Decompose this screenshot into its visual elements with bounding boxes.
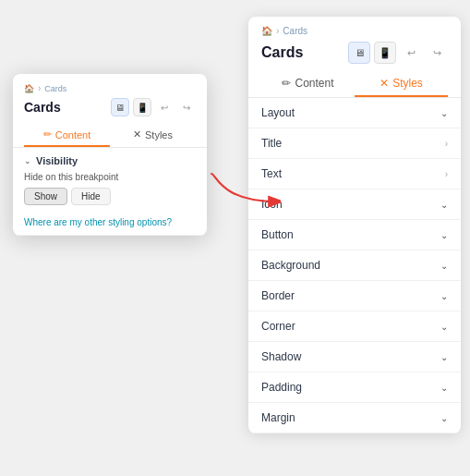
styles-tab-icon: ✕ <box>380 77 389 90</box>
chevron-border-icon: ⌄ <box>440 291 448 301</box>
section-button-row[interactable]: Button ⌄ <box>248 220 461 250</box>
float-breadcrumb-current[interactable]: Cards <box>44 84 66 93</box>
float-toolbar-icons: 🖥 📱 ↩ ↪ <box>111 98 196 116</box>
section-padding-label: Padding <box>261 381 302 394</box>
float-tab-styles[interactable]: ✕ Styles <box>110 124 196 147</box>
float-desktop-icon: 🖥 <box>115 103 125 113</box>
section-margin-label: Margin <box>261 411 295 424</box>
chevron-layout-icon: ⌄ <box>440 108 448 118</box>
breadcrumb-current[interactable]: Cards <box>283 26 307 36</box>
float-redo-icon: ↪ <box>183 103 190 113</box>
float-page-title: Cards <box>24 100 61 115</box>
section-text-row[interactable]: Text › <box>248 159 461 189</box>
tab-content[interactable]: ✏ Content <box>261 71 355 97</box>
accordion-list: Layout ⌄ Title › Text › Icon ⌄ Button <box>248 98 461 433</box>
float-desktop-button[interactable]: 🖥 <box>111 98 129 116</box>
float-styles-tab-label: Styles <box>145 129 173 140</box>
main-panel: 🏠 › Cards Cards 🖥 📱 ↩ ↪ <box>248 17 461 433</box>
section-title-label: Title <box>261 137 282 150</box>
float-title-toolbar: Cards 🖥 📱 ↩ ↪ <box>24 98 196 116</box>
chevron-corner-icon: ⌄ <box>440 322 448 332</box>
section-icon-label: Icon <box>261 198 283 211</box>
visibility-chevron-icon: ⌄ <box>24 156 31 165</box>
visibility-section: ⌄ Visibility Hide on this breakpoint Sho… <box>13 148 207 236</box>
float-mobile-icon: 📱 <box>137 103 148 113</box>
float-undo-button[interactable]: ↩ <box>155 98 174 116</box>
breadcrumb: 🏠 › Cards <box>261 26 448 36</box>
tab-styles[interactable]: ✕ Styles <box>355 71 448 97</box>
home-icon: 🏠 <box>261 26 272 36</box>
float-breadcrumb-sep: › <box>38 83 41 93</box>
section-margin-row[interactable]: Margin ⌄ <box>248 403 461 433</box>
hide-button[interactable]: Hide <box>71 188 111 205</box>
chevron-padding-icon: ⌄ <box>440 383 448 393</box>
mobile-view-button[interactable]: 📱 <box>374 42 396 64</box>
section-shadow: Shadow ⌄ <box>248 342 461 372</box>
undo-icon: ↩ <box>407 47 416 59</box>
toolbar-icons: 🖥 📱 ↩ ↪ <box>348 42 448 64</box>
section-title-row[interactable]: Title › <box>248 128 461 158</box>
section-padding: Padding ⌄ <box>248 372 461 403</box>
float-panel-header: 🏠 › Cards Cards 🖥 📱 ↩ ↪ <box>13 74 207 148</box>
section-button: Button ⌄ <box>248 220 461 250</box>
chevron-title-icon: › <box>445 139 448 149</box>
redo-button[interactable]: ↪ <box>426 42 448 64</box>
section-icon-row[interactable]: Icon ⌄ <box>248 189 461 219</box>
float-content-tab-icon: ✏ <box>43 128 52 140</box>
section-margin: Margin ⌄ <box>248 403 461 433</box>
section-layout: Layout ⌄ <box>248 98 461 128</box>
chevron-shadow-icon: ⌄ <box>440 352 448 362</box>
hide-on-breakpoint-label: Hide on this breakpoint <box>24 172 196 182</box>
float-panel: 🏠 › Cards Cards 🖥 📱 ↩ ↪ <box>13 74 207 236</box>
section-background: Background ⌄ <box>248 250 461 281</box>
breadcrumb-sep: › <box>276 26 279 36</box>
float-redo-button[interactable]: ↪ <box>177 98 196 116</box>
styling-options-link[interactable]: Where are my other styling options? <box>24 217 172 227</box>
page-title: Cards <box>261 44 303 61</box>
section-border-label: Border <box>261 289 295 302</box>
chevron-icon-icon: ⌄ <box>440 200 448 210</box>
section-background-row[interactable]: Background ⌄ <box>248 250 461 280</box>
section-border-row[interactable]: Border ⌄ <box>248 281 461 311</box>
tab-row: ✏ Content ✕ Styles <box>261 71 448 97</box>
mobile-icon: 📱 <box>379 47 392 59</box>
chevron-background-icon: ⌄ <box>440 261 448 271</box>
section-layout-label: Layout <box>261 106 295 119</box>
desktop-view-button[interactable]: 🖥 <box>348 42 370 64</box>
float-mobile-button[interactable]: 📱 <box>133 98 151 116</box>
section-shadow-row[interactable]: Shadow ⌄ <box>248 342 461 372</box>
section-title: Title › <box>248 128 461 159</box>
redo-icon: ↪ <box>433 47 441 59</box>
float-breadcrumb: 🏠 › Cards <box>24 83 196 93</box>
visibility-header[interactable]: ⌄ Visibility <box>24 155 196 166</box>
chevron-text-icon: › <box>445 169 448 179</box>
section-text: Text › <box>248 159 461 189</box>
undo-button[interactable]: ↩ <box>400 42 422 64</box>
float-tab-row: ✏ Content ✕ Styles <box>24 124 196 147</box>
float-styles-tab-icon: ✕ <box>133 128 141 140</box>
section-corner-label: Corner <box>261 320 295 333</box>
float-content-tab-label: Content <box>55 129 91 140</box>
section-background-label: Background <box>261 259 320 272</box>
title-toolbar: Cards 🖥 📱 ↩ ↪ <box>261 42 448 64</box>
chevron-button-icon: ⌄ <box>440 230 448 240</box>
section-padding-row[interactable]: Padding ⌄ <box>248 372 461 402</box>
float-tab-content[interactable]: ✏ Content <box>24 124 110 147</box>
section-text-label: Text <box>261 167 282 180</box>
section-layout-row[interactable]: Layout ⌄ <box>248 98 461 128</box>
section-shadow-label: Shadow <box>261 350 301 363</box>
section-corner-row[interactable]: Corner ⌄ <box>248 311 461 341</box>
desktop-icon: 🖥 <box>355 47 365 58</box>
section-border: Border ⌄ <box>248 281 461 311</box>
section-icon: Icon ⌄ <box>248 189 461 220</box>
visibility-title: Visibility <box>36 155 78 166</box>
show-hide-buttons: Show Hide <box>24 188 196 205</box>
content-tab-label: Content <box>295 77 333 90</box>
content-tab-icon: ✏ <box>282 77 291 90</box>
section-button-label: Button <box>261 228 294 241</box>
main-panel-header: 🏠 › Cards Cards 🖥 📱 ↩ ↪ <box>248 17 461 98</box>
float-undo-icon: ↩ <box>161 103 168 113</box>
chevron-margin-icon: ⌄ <box>440 413 448 423</box>
styles-tab-label: Styles <box>392 77 423 90</box>
show-button[interactable]: Show <box>24 188 67 205</box>
